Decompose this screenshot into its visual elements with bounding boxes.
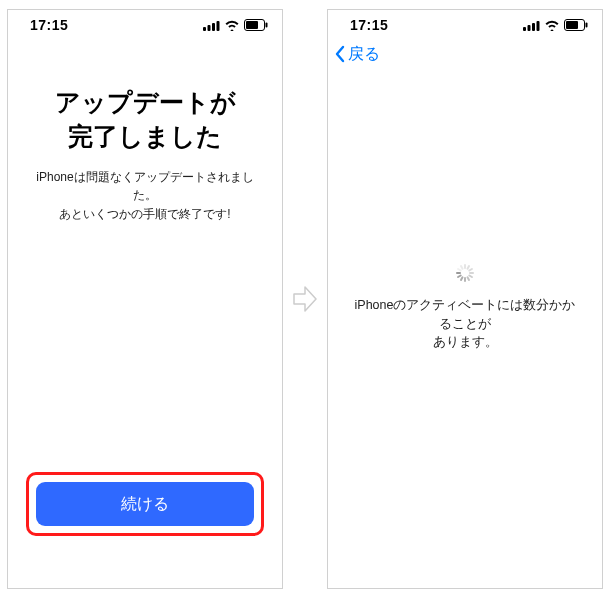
title-line-1: アップデートが [55, 88, 236, 116]
bottom-button-area: 続ける [26, 472, 264, 588]
loading-spinner-icon [456, 264, 474, 282]
page-title: アップデートが 完了しました [26, 86, 264, 154]
svg-rect-10 [537, 21, 540, 31]
description-text: iPhoneは問題なくアップデートされました。 あといくつかの手順で終了です! [26, 168, 264, 224]
svg-rect-9 [532, 23, 535, 31]
back-label: 戻る [348, 44, 380, 65]
phone-update-complete: 17:15 アップデートが 完了しました [7, 9, 283, 589]
content-area: iPhoneのアクティベートには数分かかることが あります。 [328, 68, 602, 588]
arrow-right-icon [291, 282, 319, 316]
status-time: 17:15 [350, 17, 388, 33]
highlight-annotation: 続ける [26, 472, 264, 536]
svg-rect-0 [203, 27, 206, 31]
cellular-signal-icon [203, 20, 220, 31]
status-bar: 17:15 [8, 10, 282, 40]
status-icons [203, 19, 268, 31]
back-button[interactable]: 戻る [334, 44, 380, 65]
nav-bar: 戻る [328, 40, 602, 68]
svg-rect-3 [217, 21, 220, 31]
svg-rect-8 [528, 25, 531, 31]
wifi-icon [544, 20, 560, 31]
svg-rect-13 [586, 23, 588, 28]
activation-message: iPhoneのアクティベートには数分かかることが あります。 [346, 296, 584, 352]
content-area: アップデートが 完了しました iPhoneは問題なくアップデートされました。 あ… [8, 40, 282, 588]
chevron-left-icon [334, 45, 346, 63]
svg-rect-2 [212, 23, 215, 31]
svg-rect-6 [266, 23, 268, 28]
battery-icon [244, 19, 268, 31]
battery-icon [564, 19, 588, 31]
continue-button[interactable]: 続ける [36, 482, 254, 526]
svg-rect-1 [208, 25, 211, 31]
title-line-2: 完了しました [68, 122, 222, 150]
status-icons [523, 19, 588, 31]
status-time: 17:15 [30, 17, 68, 33]
phone-activation: 17:15 戻る [327, 9, 603, 589]
wifi-icon [224, 20, 240, 31]
status-bar: 17:15 [328, 10, 602, 40]
cellular-signal-icon [523, 20, 540, 31]
svg-rect-5 [246, 21, 258, 29]
svg-rect-12 [566, 21, 578, 29]
svg-rect-7 [523, 27, 526, 31]
centered-block: iPhoneのアクティベートには数分かかることが あります。 [346, 68, 584, 588]
